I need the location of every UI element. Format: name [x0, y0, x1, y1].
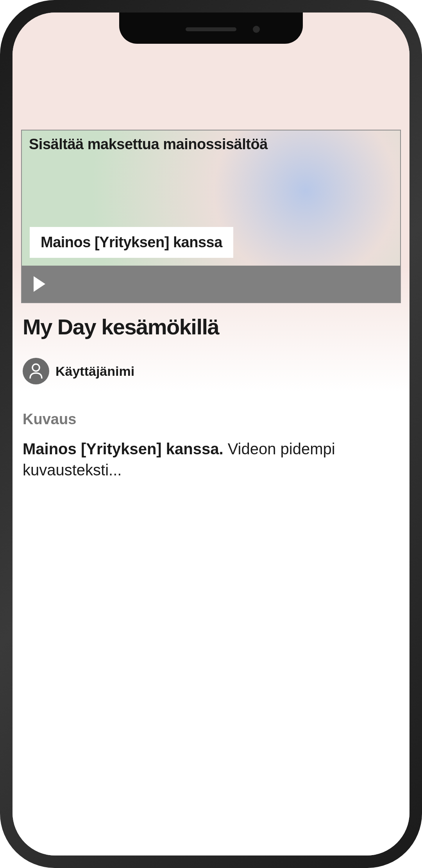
- description-bold-prefix: Mainos [Yrityksen] kanssa.: [23, 440, 224, 457]
- username-label[interactable]: Käyttäjänimi: [55, 364, 134, 379]
- svg-point-0: [32, 364, 39, 371]
- user-row[interactable]: Käyttäjänimi: [23, 358, 134, 384]
- play-icon[interactable]: [34, 276, 45, 292]
- description-heading: Kuvaus: [23, 411, 76, 428]
- video-controls-bar[interactable]: [22, 266, 400, 302]
- ad-label-box: Mainos [Yrityksen] kanssa: [30, 227, 233, 258]
- person-icon: [29, 363, 43, 379]
- video-title: My Day kesämökillä: [23, 314, 219, 339]
- phone-frame: Sisältää maksettua mainossisältöä Mainos…: [0, 0, 422, 868]
- content-area: Sisältää maksettua mainossisältöä Mainos…: [13, 13, 409, 855]
- app-screen: Sisältää maksettua mainossisältöä Mainos…: [13, 13, 409, 855]
- description-text: Mainos [Yrityksen] kanssa. Videon pidemp…: [23, 438, 398, 480]
- phone-notch: [119, 13, 303, 44]
- avatar[interactable]: [23, 358, 49, 384]
- video-card[interactable]: Sisältää maksettua mainossisältöä Mainos…: [21, 130, 401, 303]
- ad-label-text: Mainos [Yrityksen] kanssa: [41, 234, 222, 251]
- video-poster[interactable]: Sisältää maksettua mainossisältöä Mainos…: [22, 130, 400, 266]
- phone-inner: Sisältää maksettua mainossisältöä Mainos…: [13, 13, 409, 855]
- paid-content-disclosure: Sisältää maksettua mainossisältöä: [29, 136, 268, 153]
- bottom-glow: [55, 621, 367, 855]
